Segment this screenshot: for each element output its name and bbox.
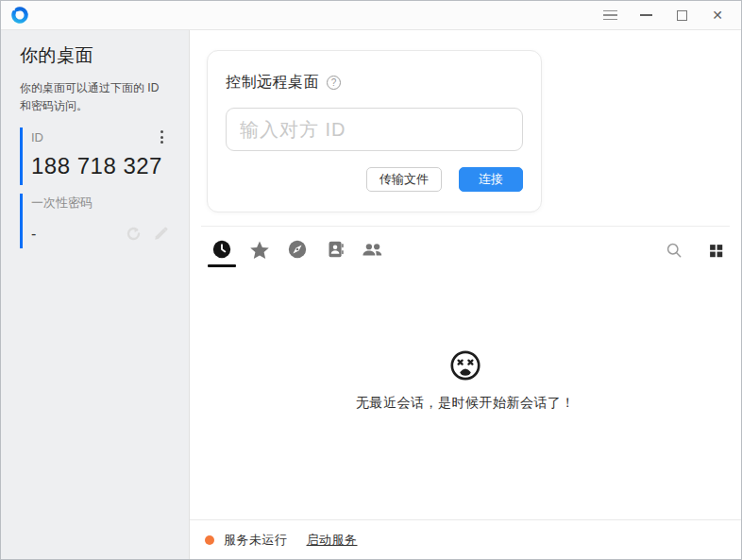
close-icon[interactable]: ✕ <box>705 4 730 26</box>
clock-icon <box>211 239 232 260</box>
tab-favorites[interactable] <box>247 239 272 269</box>
device-id-value: 188 718 327 <box>31 153 170 179</box>
transfer-file-button[interactable]: 传输文件 <box>366 167 442 192</box>
tab-address-book[interactable] <box>323 239 347 267</box>
maximize-glyph <box>677 10 687 21</box>
grid-view-icon[interactable] <box>708 243 724 259</box>
tab-underline <box>321 264 349 267</box>
minimize-glyph <box>640 14 652 16</box>
app-window: ✕ 你的桌面 你的桌面可以通过下面的 ID 和密码访问。 ID 188 718 … <box>0 0 742 560</box>
refresh-icon[interactable] <box>125 225 143 243</box>
title-bar: ✕ <box>1 1 741 30</box>
id-label: ID <box>31 130 43 144</box>
vertical-dots-icon[interactable] <box>153 128 170 145</box>
menu-icon[interactable] <box>598 4 622 26</box>
tab-group[interactable] <box>361 239 385 267</box>
rustdesk-logo-icon <box>10 6 29 25</box>
group-icon <box>361 239 385 260</box>
sidebar: 你的桌面 你的桌面可以通过下面的 ID 和密码访问。 ID 188 718 32… <box>1 30 190 559</box>
password-section: 一次性密码 - <box>20 194 170 248</box>
service-status-text: 服务未运行 <box>224 532 288 549</box>
start-service-link[interactable]: 启动服务 <box>307 532 358 549</box>
session-tabstrip <box>190 227 741 269</box>
main-panel: 控制远程桌面 ? 传输文件 连接 <box>190 30 741 559</box>
minimize-icon[interactable] <box>633 4 658 26</box>
maximize-icon[interactable] <box>669 4 694 26</box>
sidebar-title: 你的桌面 <box>20 43 170 68</box>
search-icon[interactable] <box>665 241 683 260</box>
password-label: 一次性密码 <box>31 195 93 212</box>
remote-id-input[interactable] <box>226 108 523 151</box>
tab-recent-sessions[interactable] <box>210 239 234 267</box>
status-bar: 服务未运行 启动服务 <box>190 519 741 559</box>
sidebar-description: 你的桌面可以通过下面的 ID 和密码访问。 <box>20 79 170 114</box>
empty-state: 无最近会话，是时候开始新会话了！ <box>190 269 741 519</box>
address-book-icon <box>326 239 346 260</box>
dead-face-icon <box>448 348 482 382</box>
compass-icon <box>287 239 308 260</box>
empty-state-message: 无最近会话，是时候开始新会话了！ <box>356 395 575 412</box>
active-tab-underline <box>208 264 236 267</box>
card-title: 控制远程桌面 <box>226 73 319 93</box>
service-status-dot <box>205 535 214 545</box>
menu-glyph <box>603 10 617 21</box>
password-value: - <box>31 226 36 243</box>
pencil-icon[interactable] <box>152 225 170 243</box>
close-glyph: ✕ <box>712 8 723 22</box>
help-icon[interactable]: ? <box>327 76 341 90</box>
id-section: ID 188 718 327 <box>20 127 170 185</box>
star-icon <box>248 239 271 262</box>
window-controls: ✕ <box>598 4 730 26</box>
control-remote-card: 控制远程桌面 ? 传输文件 连接 <box>207 50 542 212</box>
tab-underline <box>359 264 387 267</box>
tab-underline <box>283 264 312 267</box>
tab-discovered[interactable] <box>285 239 310 267</box>
connect-button[interactable]: 连接 <box>459 167 523 192</box>
